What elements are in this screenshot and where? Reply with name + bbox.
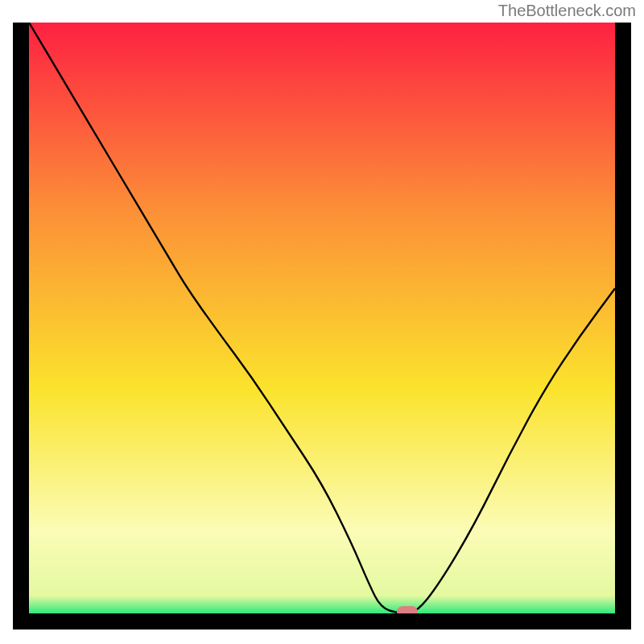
gradient-background (29, 23, 615, 613)
plot-frame (13, 23, 631, 630)
optimum-marker (397, 606, 418, 613)
chart-svg (29, 23, 615, 613)
chart-container: TheBottleneck.com (0, 0, 644, 644)
watermark-text: TheBottleneck.com (498, 2, 636, 20)
plot-area (29, 23, 615, 613)
